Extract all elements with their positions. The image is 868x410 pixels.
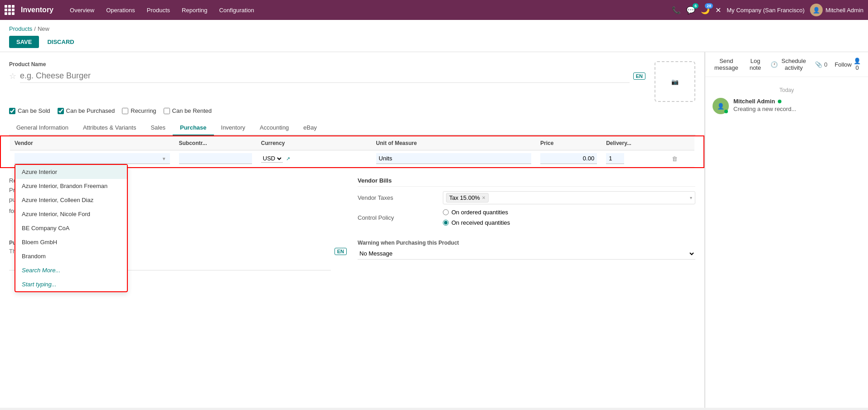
language-badge[interactable]: EN: [633, 72, 645, 80]
vendor-cell[interactable]: ▼ Azure Interior Azure Interior, Brandon…: [10, 150, 175, 167]
delivery-input[interactable]: [606, 153, 624, 164]
moon-badge: 28: [705, 3, 713, 9]
product-name-row: ☆ EN: [9, 69, 645, 83]
radio-received-label: On received quantities: [451, 219, 510, 226]
tab-general-information[interactable]: General Information: [9, 121, 76, 135]
tab-attributes-variants[interactable]: Attributes & Variants: [76, 121, 144, 135]
favorite-star-icon[interactable]: ☆: [9, 71, 16, 81]
price-cell[interactable]: [536, 150, 601, 167]
dropdown-item-bloem-gmbh[interactable]: Bloem GmbH: [15, 235, 127, 249]
vendor-dropdown-arrow: ▼: [162, 156, 166, 161]
moon-icon[interactable]: 🌙 28: [701, 6, 710, 14]
remove-tax-icon[interactable]: ✕: [482, 195, 485, 200]
currency-select[interactable]: USD EUR: [261, 154, 283, 163]
delivery-cell[interactable]: [601, 150, 667, 167]
chat-icon[interactable]: 💬 6: [686, 6, 695, 14]
tab-ebay[interactable]: eBay: [296, 121, 324, 135]
vendor-input[interactable]: [15, 153, 170, 164]
tab-sales[interactable]: Sales: [143, 121, 173, 135]
breadcrumb-separator: /: [34, 25, 36, 32]
product-name-input[interactable]: [20, 69, 630, 83]
product-image-upload[interactable]: 📷: [655, 61, 695, 102]
radio-received-input[interactable]: [443, 220, 449, 226]
radio-received-quantities[interactable]: On received quantities: [443, 219, 695, 226]
can-be-rented-label: Can be Rented: [172, 107, 212, 114]
recurring-checkbox[interactable]: Recurring: [122, 107, 156, 114]
nav-right-area: 📞 💬 6 🌙 28 ✕ My Company (San Francisco) …: [672, 4, 863, 16]
delete-row-icon[interactable]: 🗑: [672, 155, 678, 162]
radio-ordered-label: On ordered quantities: [451, 209, 508, 216]
delete-cell[interactable]: 🗑: [667, 150, 694, 167]
can-be-sold-checkbox[interactable]: Can be Sold: [9, 107, 50, 114]
follow-button[interactable]: Follow 👤0: [834, 58, 861, 71]
apps-grid-icon[interactable]: [5, 5, 15, 15]
dropdown-item-be-company[interactable]: BE Company CoA: [15, 221, 127, 235]
taxes-dropdown-arrow[interactable]: ▾: [690, 195, 692, 200]
dropdown-item-colleen-diaz[interactable]: Azure Interior, Colleen Diaz: [15, 193, 127, 207]
col-price: Price: [536, 136, 601, 150]
can-be-rented-input[interactable]: [164, 108, 170, 114]
subcontract-cell[interactable]: [175, 150, 257, 167]
user-menu[interactable]: 👤 Mitchell Admin: [810, 4, 863, 16]
app-name[interactable]: Inventory: [21, 6, 53, 14]
nav-products[interactable]: Products: [141, 4, 175, 16]
dropdown-item-nicole-ford[interactable]: Azure Interior, Nicole Ford: [15, 207, 127, 221]
dropdown-start-typing: Start typing...: [15, 277, 127, 291]
company-name[interactable]: My Company (San Francisco): [727, 7, 805, 14]
recurring-label: Recurring: [131, 107, 156, 114]
chatter-actions: Send message Log note 🕐 Schedule activit…: [705, 52, 868, 77]
product-name-left: Product Name ☆ EN: [9, 61, 645, 83]
nav-reporting[interactable]: Reporting: [176, 4, 213, 16]
nav-overview[interactable]: Overview: [64, 4, 100, 16]
unit-of-measure-input[interactable]: [376, 153, 532, 164]
save-button[interactable]: SAVE: [9, 36, 39, 48]
can-be-purchased-label: Can be Purchased: [66, 107, 115, 114]
vendor-taxes-label: Vendor Taxes: [358, 194, 439, 201]
dropdown-item-brandom[interactable]: Brandom: [15, 249, 127, 263]
phone-icon[interactable]: 📞: [672, 6, 681, 14]
close-icon[interactable]: ✕: [715, 6, 721, 14]
breadcrumb-parent[interactable]: Products: [9, 25, 32, 32]
main-layout: Product Name ☆ EN 📷 Can be Sold Can be P…: [0, 52, 868, 408]
tab-purchase[interactable]: Purchase: [173, 121, 214, 135]
currency-external-link-icon[interactable]: ↗: [286, 156, 290, 161]
chatter-messages: Today 👤 Mitchell Admin Creating a new re…: [705, 77, 868, 408]
attachment-count: 📎 0: [815, 61, 827, 68]
user-name: Mitchell Admin: [825, 7, 863, 14]
subcontract-input[interactable]: [179, 153, 252, 164]
paperclip-icon: 📎: [815, 61, 822, 68]
tab-inventory[interactable]: Inventory: [214, 121, 252, 135]
dropdown-search-more[interactable]: Search More...: [15, 263, 127, 277]
price-input[interactable]: [540, 153, 597, 164]
breadcrumb-current: New: [38, 25, 49, 32]
vendor-table-container: Vendor Subcontr... Currency Unit of Meas…: [0, 135, 704, 168]
camera-icon: 📷: [671, 78, 679, 85]
currency-cell[interactable]: USD EUR ↗: [257, 150, 372, 167]
tab-accounting[interactable]: Accounting: [252, 121, 296, 135]
unit-of-measure-cell[interactable]: [372, 150, 536, 167]
warning-section: Warning when Purchasing this Product No …: [358, 240, 695, 270]
dropdown-item-brandon-freeman[interactable]: Azure Interior, Brandon Freeman: [15, 179, 127, 193]
can-be-sold-input[interactable]: [9, 108, 15, 114]
nav-configuration[interactable]: Configuration: [213, 4, 259, 16]
warning-select[interactable]: No Message: [358, 248, 695, 260]
chat-badge: 6: [693, 3, 698, 9]
nav-operations[interactable]: Operations: [101, 4, 141, 16]
can-be-rented-checkbox[interactable]: Can be Rented: [164, 107, 212, 114]
can-be-purchased-input[interactable]: [58, 108, 64, 114]
radio-ordered-input[interactable]: [443, 209, 449, 215]
radio-ordered-quantities[interactable]: On ordered quantities: [443, 209, 695, 216]
schedule-activity-button[interactable]: 🕐 Schedule activity: [771, 58, 808, 71]
dropdown-item-azure-interior[interactable]: Azure Interior: [15, 165, 127, 179]
online-indicator: [724, 110, 728, 113]
log-note-button[interactable]: Log note: [747, 58, 763, 71]
description-lang-badge[interactable]: EN: [335, 248, 347, 255]
product-name-section: Product Name ☆ EN 📷: [9, 61, 695, 102]
vendor-table: Vendor Subcontr... Currency Unit of Meas…: [10, 136, 694, 167]
discard-button[interactable]: DISCARD: [42, 36, 79, 48]
recurring-input[interactable]: [122, 108, 128, 114]
send-message-button[interactable]: Send message: [713, 58, 740, 71]
col-vendor: Vendor: [10, 136, 175, 150]
vendor-taxes-tag-input[interactable]: Tax 15.00% ✕ ▾: [443, 191, 695, 204]
can-be-purchased-checkbox[interactable]: Can be Purchased: [58, 107, 115, 114]
